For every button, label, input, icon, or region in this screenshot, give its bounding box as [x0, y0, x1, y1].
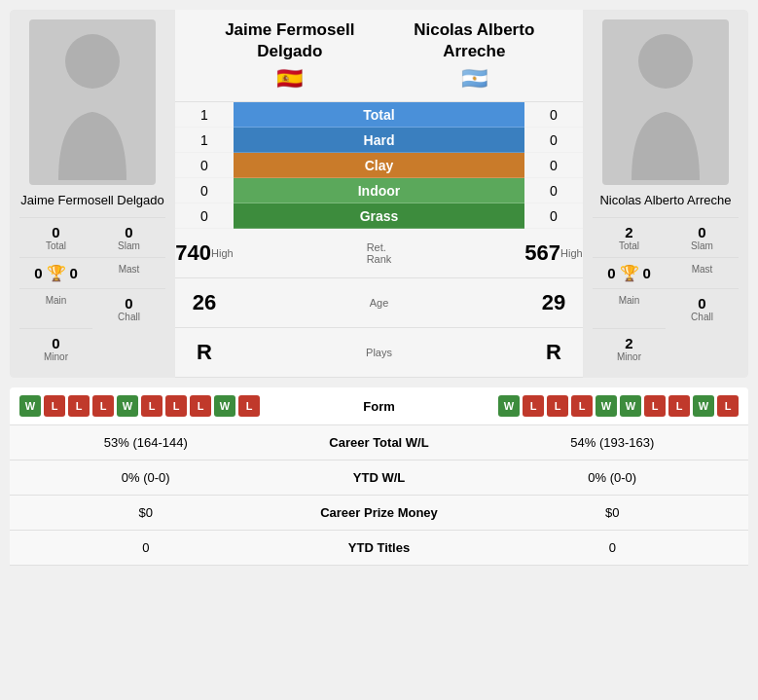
form-badge-l: L	[190, 395, 211, 417]
form-badge-l: L	[141, 395, 162, 417]
left-main-label-cell: Main	[19, 288, 92, 328]
right-form-badges: WLLLWWLLWL	[477, 395, 740, 417]
right-main-value: 0	[643, 265, 651, 281]
player-names-row: Jaime Fermosell Delgado 🇪🇸 Nicolas Alber…	[175, 10, 583, 102]
form-label: Form	[282, 399, 477, 414]
svg-point-1	[638, 34, 693, 89]
age-center-label: Age	[234, 278, 524, 327]
left-hard-score: 1	[175, 128, 234, 153]
right-grass-score: 0	[524, 203, 583, 229]
right-hard-score: 0	[524, 128, 583, 153]
ytd-wl-label: YTD W/L	[272, 470, 487, 485]
right-clay-score: 0	[524, 153, 583, 178]
right-minor-cell: 2 Minor	[593, 328, 666, 368]
right-flag: 🇦🇷	[385, 66, 563, 92]
surface-rows: 1 1 0 0 0 Total Hard Clay Indoor Grass 0…	[175, 102, 583, 229]
left-player-avatar	[29, 19, 156, 185]
right-scores-col: 0 0 0 0 0	[524, 102, 583, 229]
main-container: Jaime Fermosell Delgado 0 Total 0 Slam 0…	[0, 0, 758, 575]
plays-center-label: Plays	[234, 328, 524, 377]
right-player-avatar	[602, 19, 729, 185]
left-minor-cell: 0 Minor	[19, 328, 92, 368]
plays-label: Plays	[366, 347, 392, 358]
left-plays-val: R	[175, 328, 234, 377]
stats-block: 740 High Ret.Rank 567 High 26 Age	[175, 229, 583, 378]
form-badge-l: L	[547, 395, 568, 417]
surface-total-btn[interactable]: Total	[234, 102, 524, 128]
form-badge-l: L	[238, 395, 260, 417]
right-chall-label: Chall	[691, 312, 713, 322]
left-flag: 🇪🇸	[195, 66, 385, 92]
right-main-label: Main	[619, 295, 640, 306]
left-name-text: Jaime Fermosell Delgado	[195, 19, 385, 62]
right-main-label-cell: Main	[593, 288, 666, 328]
right-player-stats: 2 Total 0 Slam 0 🏆 0 Mast Main	[593, 217, 739, 368]
left-career-wl: 53% (164-144)	[19, 435, 272, 450]
comparison-section: Jaime Fermosell Delgado 0 Total 0 Slam 0…	[10, 10, 748, 378]
svg-point-0	[65, 34, 120, 89]
right-total-score: 0	[524, 102, 583, 128]
form-badge-l: L	[668, 395, 690, 417]
left-clay-score: 0	[175, 153, 234, 178]
form-badge-w: W	[498, 395, 520, 417]
right-slam-label: Slam	[691, 240, 713, 251]
left-player-card: Jaime Fermosell Delgado 0 Total 0 Slam 0…	[10, 10, 175, 378]
form-badge-w: W	[214, 395, 235, 417]
right-titles: 0	[487, 540, 740, 555]
middle-section: Jaime Fermosell Delgado 🇪🇸 Nicolas Alber…	[175, 10, 583, 378]
rank-center-label: Ret.Rank	[234, 229, 524, 277]
right-slam-value: 0	[698, 224, 705, 240]
surface-buttons-col[interactable]: Total Hard Clay Indoor Grass	[234, 102, 524, 229]
right-total-label: Total	[619, 240, 639, 251]
left-minor-label: Minor	[44, 351, 68, 362]
right-slam-cell: 0 Slam	[666, 217, 739, 257]
right-mast-label-cell: Mast	[666, 257, 739, 288]
surface-clay-btn[interactable]: Clay	[234, 153, 524, 178]
right-rank-val: 567 High	[524, 229, 583, 277]
right-name-text: Nicolas Alberto Arreche	[385, 19, 563, 62]
right-player-card: Nicolas Alberto Arreche 2 Total 0 Slam 0…	[583, 10, 748, 378]
left-player-name-center: Jaime Fermosell Delgado 🇪🇸	[195, 19, 385, 92]
right-rank-high: 567	[524, 240, 560, 266]
right-mast-value: 0	[607, 265, 615, 281]
left-grass-score: 0	[175, 203, 234, 229]
left-rank-label: High	[211, 247, 234, 259]
left-main-label: Main	[46, 295, 67, 306]
form-badge-l: L	[68, 395, 90, 417]
right-total-value: 2	[625, 224, 632, 240]
form-badge-l: L	[92, 395, 114, 417]
prize-row: $0 Career Prize Money $0	[10, 496, 748, 531]
prize-label: Career Prize Money	[272, 505, 487, 520]
left-chall-value: 0	[125, 295, 132, 312]
career-wl-row: 53% (164-144) Career Total W/L 54% (193-…	[10, 425, 748, 461]
titles-label: YTD Titles	[272, 540, 487, 555]
titles-row: 0 YTD Titles 0	[10, 531, 748, 566]
surface-grass-btn[interactable]: Grass	[234, 203, 524, 229]
right-player-name: Nicolas Alberto Arreche	[599, 193, 731, 207]
form-badge-l: L	[717, 395, 739, 417]
left-scores-col: 1 1 0 0 0	[175, 102, 234, 229]
right-age-val: 29	[524, 278, 583, 327]
left-slam-cell: 0 Slam	[92, 217, 165, 257]
right-minor-value: 2	[625, 335, 632, 351]
left-age-val: 26	[175, 278, 234, 327]
surface-hard-btn[interactable]: Hard	[234, 128, 524, 153]
rank-label: Ret.Rank	[367, 241, 392, 265]
left-mast-cell: 0 🏆 0	[19, 257, 92, 288]
left-form-badges: WLLLWLLLWL	[19, 395, 282, 417]
left-indoor-score: 0	[175, 178, 234, 203]
form-badge-l: L	[523, 395, 544, 417]
right-prize: $0	[487, 505, 740, 520]
form-badge-l: L	[44, 395, 65, 417]
left-total-score: 1	[175, 102, 234, 128]
left-prize: $0	[19, 505, 272, 520]
form-badge-l: L	[644, 395, 666, 417]
surface-indoor-btn[interactable]: Indoor	[234, 178, 524, 203]
left-total-value: 0	[52, 224, 59, 240]
left-player-name: Jaime Fermosell Delgado	[20, 193, 163, 207]
left-rank-val: 740 High	[175, 229, 234, 277]
right-mast-cell: 0 🏆 0	[593, 257, 666, 288]
form-row: WLLLWLLLWL Form WLLLWWLLWL	[10, 387, 748, 425]
left-minor-value: 0	[52, 335, 59, 351]
right-total-cell: 2 Total	[593, 217, 666, 257]
